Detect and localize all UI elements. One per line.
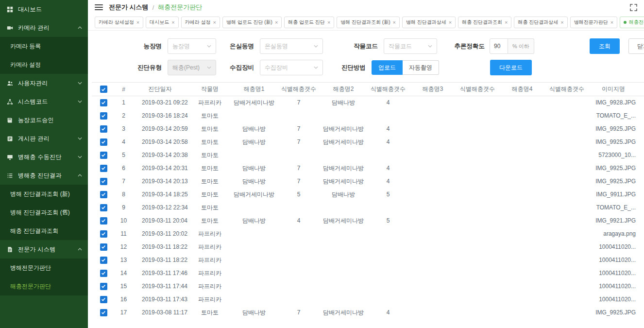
sidebar-subitem[interactable]: 병해전문가판단 — [0, 259, 88, 277]
column-header[interactable]: 이미지명 — [589, 83, 638, 96]
row-checkbox[interactable] — [100, 217, 107, 224]
table-row[interactable]: 72019-03-14 20:13:53토마토담배나방7담배거세미나방4IMG_… — [92, 175, 644, 188]
sidebar-subitem[interactable]: 해충 진단결과조회 — [0, 222, 88, 240]
table-cell — [500, 122, 544, 136]
row-checkbox[interactable] — [100, 243, 107, 251]
row-checkbox[interactable] — [100, 112, 107, 120]
row-checkbox[interactable] — [100, 204, 107, 211]
tab-0[interactable]: 카메라 상세설정× — [95, 17, 143, 28]
close-tab-icon[interactable]: × — [275, 20, 278, 25]
table-row[interactable]: 112019-03-11 20:02:41파프리카aragaya.png2019 — [92, 227, 644, 241]
menu-toggle-icon[interactable] — [95, 4, 103, 10]
column-header[interactable]: 식별해충갯수 — [276, 83, 321, 96]
table-cell — [544, 241, 589, 254]
method-upload-button[interactable]: 업로드 — [372, 60, 403, 75]
tab-1[interactable]: 대시보드× — [146, 17, 178, 28]
close-tab-icon[interactable]: × — [560, 20, 563, 25]
column-header[interactable]: 해충명4 — [500, 83, 544, 96]
row-checkbox[interactable] — [100, 125, 107, 133]
column-header[interactable] — [638, 83, 644, 96]
close-button[interactable]: 닫기 — [628, 38, 644, 54]
sidebar-item-4[interactable]: 농장코드승인 — [0, 111, 88, 129]
column-header[interactable]: 해충명2 — [321, 83, 366, 96]
sidebar-subitem[interactable]: 병해 진단결과조회 (舊) — [0, 203, 88, 222]
row-checkbox[interactable] — [100, 309, 107, 316]
table-row[interactable]: 32019-03-14 20:59:38토마토담배나방7담배거세미나방4IMG_… — [92, 122, 644, 136]
close-tab-icon[interactable]: × — [505, 20, 508, 25]
greenhouse-select[interactable]: 온실동명 — [260, 38, 323, 54]
row-checkbox[interactable] — [100, 99, 107, 106]
table-row[interactable]: 52019-03-14 20:38:56토마토5723000_10...2018 — [92, 149, 644, 162]
sidebar-subitem[interactable]: 병해 진단결과조회 (新) — [0, 185, 88, 203]
table-row[interactable]: 162019-03-11 17:43:34파프리카1000411020...20… — [92, 293, 644, 306]
row-checkbox[interactable] — [100, 165, 107, 172]
tab-2[interactable]: 카메라 설정× — [181, 17, 220, 28]
tab-3[interactable]: 병해 업로드 진단 (新)× — [222, 17, 282, 28]
sidebar-item-6[interactable]: 병해충 수동진단 — [0, 148, 88, 166]
close-tab-icon[interactable]: × — [171, 20, 174, 25]
table-row[interactable]: 92019-03-12 22:34:44토마토TOMATO_E_...2019 — [92, 201, 644, 214]
sidebar-item-2[interactable]: 사용자관리 — [0, 74, 88, 92]
sidebar-item-0[interactable]: 대시보드 — [0, 0, 88, 18]
row-checkbox[interactable] — [100, 191, 107, 198]
tab-7[interactable]: 해충 진단결과조회× — [458, 17, 511, 28]
tab-6[interactable]: 병해 진단결과상세× — [402, 17, 456, 28]
tab-10[interactable]: 해충전문가판단× — [620, 17, 644, 28]
fullscreen-icon[interactable] — [630, 4, 637, 11]
table-row[interactable]: 12019-03-21 09:22:00파프리카담배거세미나방7담배나방4IMG… — [92, 96, 644, 109]
sidebar-item-5[interactable]: 게시판 관리 — [0, 129, 88, 148]
column-header[interactable]: 식별해충갯수 — [455, 83, 500, 96]
row-checkbox[interactable] — [100, 257, 107, 264]
row-checkbox[interactable] — [100, 270, 107, 277]
accuracy-input[interactable] — [490, 38, 508, 54]
row-checkbox[interactable] — [100, 138, 107, 146]
close-tab-icon[interactable]: × — [449, 20, 452, 25]
table-row[interactable]: 42019-03-14 20:58:46토마토담배나방7담배거세미나방4IMG_… — [92, 136, 644, 149]
search-button[interactable]: 조회 — [590, 38, 620, 54]
column-header[interactable]: # — [115, 83, 132, 96]
sidebar-item-8[interactable]: 전문가 시스템 — [0, 240, 88, 259]
method-auto-button[interactable]: 자동촬영 — [403, 60, 439, 75]
column-header[interactable]: 해충명3 — [410, 83, 455, 96]
table-row[interactable]: 82019-03-14 18:25:32토마토담배거세미나방5담배나방5IMG_… — [92, 188, 644, 201]
sidebar-item-1[interactable]: 카메라 관리 — [0, 18, 88, 37]
diagnosis-type-select[interactable]: 해충(Pest) — [168, 60, 216, 75]
table-row[interactable]: 132019-03-11 18:22:03파프리카1000411020...20… — [92, 254, 644, 267]
download-button[interactable]: 다운로드 — [490, 60, 532, 75]
close-tab-icon[interactable]: × — [213, 20, 216, 25]
column-header[interactable]: 작물명 — [188, 83, 232, 96]
row-checkbox[interactable] — [100, 230, 107, 238]
column-header[interactable]: 식별해충갯수 — [544, 83, 589, 96]
table-row[interactable]: 122019-03-11 18:22:20파프리카1000411020...20… — [92, 241, 644, 254]
row-checkbox[interactable] — [100, 296, 107, 303]
tab-8[interactable]: 해충 진단결과상세× — [514, 17, 567, 28]
table-row[interactable]: 62019-03-14 20:31:03토마토담배나방7담배거세미나방4IMG_… — [92, 162, 644, 175]
table-row[interactable]: 22019-03-16 18:24:43토마토TOMATO_E_...2019 — [92, 109, 644, 122]
close-tab-icon[interactable]: × — [393, 20, 396, 25]
close-tab-icon[interactable]: × — [610, 20, 613, 25]
table-row[interactable]: 142019-03-11 17:46:58파프리카1000411020...20… — [92, 267, 644, 280]
table-row[interactable]: 102019-03-11 20:04:40토마토담배나방4담배거세미나방5IMG… — [92, 214, 644, 227]
sidebar-subitem[interactable]: 해충전문가판단 — [0, 277, 88, 295]
tab-9[interactable]: 병해전문가판단× — [570, 17, 617, 28]
tab-5[interactable]: 병해 진단결과조회 (新)× — [337, 17, 400, 28]
crop-code-select[interactable]: 작물코드 — [384, 38, 437, 54]
sidebar-subitem[interactable]: 카메라 등록 — [0, 37, 88, 55]
sidebar-subitem[interactable]: 카메라 설정 — [0, 55, 88, 74]
row-checkbox[interactable] — [100, 283, 107, 290]
close-tab-icon[interactable]: × — [136, 20, 139, 25]
table-row[interactable]: 172019-03-08 11:17:59토마토담배나방7담배거세미나방4IMG… — [92, 306, 644, 319]
row-checkbox[interactable] — [100, 152, 107, 159]
sidebar-item-7[interactable]: 병해충 진단결과 — [0, 166, 88, 185]
row-checkbox[interactable] — [100, 178, 107, 185]
column-header[interactable]: 식별해충갯수 — [366, 83, 410, 96]
column-header[interactable]: 해충명1 — [232, 83, 276, 96]
tab-4[interactable]: 해충 업로드 진단× — [284, 17, 334, 28]
select-all-checkbox[interactable] — [100, 86, 107, 93]
sidebar-item-3[interactable]: 시스템코드 — [0, 92, 88, 111]
close-tab-icon[interactable]: × — [327, 20, 330, 25]
equipment-select[interactable]: 수집장비 — [260, 60, 323, 75]
column-header[interactable]: 진단일자 — [132, 83, 188, 96]
farm-select[interactable]: 농장명 — [168, 38, 216, 54]
table-row[interactable]: 152019-03-11 17:44:33파프리카1000411020...20… — [92, 280, 644, 293]
